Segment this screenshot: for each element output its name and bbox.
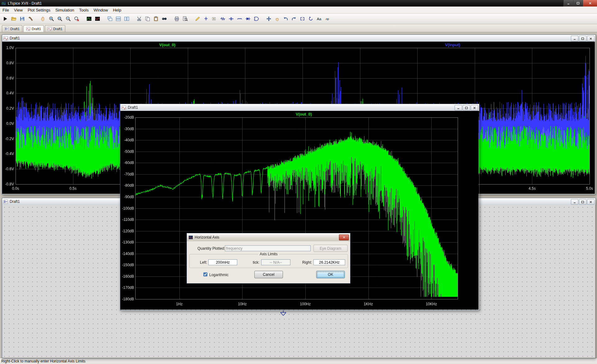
- capacitor-button[interactable]: [227, 15, 235, 23]
- drag-button[interactable]: [273, 15, 281, 23]
- tab-bar: Draft1Draft1Draft1: [0, 24, 597, 32]
- logarithmic-label: Logarithmic: [209, 273, 229, 277]
- schematic-window-close-button[interactable]: [587, 199, 595, 205]
- mirror-button[interactable]: [298, 15, 307, 23]
- tab-waveform-icon: [26, 27, 30, 31]
- component-icon: [254, 16, 259, 21]
- menu-item-view[interactable]: View: [12, 7, 25, 13]
- toolbar-group: A: [193, 15, 261, 23]
- toolbar-group: [1, 15, 35, 23]
- spice-directive-icon: .op: [325, 16, 330, 21]
- menu-item-window[interactable]: Window: [91, 7, 110, 13]
- svg-text:.op: .op: [325, 17, 329, 20]
- ground-button[interactable]: [202, 15, 210, 23]
- eye-diagram-button[interactable]: Eye Diagram: [313, 245, 348, 252]
- ok-button[interactable]: OK: [316, 271, 345, 278]
- wire-button[interactable]: [193, 15, 202, 23]
- run-button[interactable]: [1, 15, 10, 23]
- tile-horizontal-button[interactable]: [114, 15, 123, 23]
- maximize-icon: [465, 107, 468, 109]
- right-limit-input[interactable]: [313, 259, 345, 265]
- move-button[interactable]: [265, 15, 273, 23]
- redo-button[interactable]: [290, 15, 298, 23]
- inductor-icon: [237, 16, 242, 21]
- schematic-window-icon: [3, 199, 8, 204]
- tile-vertical-button[interactable]: [123, 15, 131, 23]
- menu-item-simulation[interactable]: Simulation: [53, 7, 77, 13]
- left-limit-input[interactable]: [208, 259, 237, 265]
- time-window-titlebar[interactable]: Draft1: [2, 35, 595, 42]
- find-button[interactable]: [160, 15, 169, 23]
- schematic-window-minimize-button[interactable]: [571, 199, 578, 205]
- quantity-plotted-input[interactable]: [225, 245, 311, 251]
- zoom-back-button[interactable]: [56, 15, 64, 23]
- menu-item-plot-settings[interactable]: Plot Settings: [25, 7, 53, 13]
- save-button[interactable]: [18, 15, 26, 23]
- ground-symbol[interactable]: [280, 310, 287, 316]
- zoom-in-button[interactable]: [47, 15, 56, 23]
- text-button[interactable]: Aa: [315, 15, 323, 23]
- print-button[interactable]: [173, 15, 181, 23]
- control-panel-button[interactable]: [26, 15, 35, 23]
- paste-button[interactable]: [152, 15, 160, 23]
- cut-button[interactable]: [135, 15, 143, 23]
- resistor-button[interactable]: [219, 15, 227, 23]
- app-close-button[interactable]: [583, 0, 597, 7]
- capacitor-icon: [229, 16, 234, 21]
- inductor-button[interactable]: [235, 15, 244, 23]
- print-preview-button[interactable]: [181, 15, 189, 23]
- spice-directive-button[interactable]: .op: [323, 15, 332, 23]
- time-window-maximize-button[interactable]: [579, 36, 586, 41]
- app-minimize-button[interactable]: [563, 0, 573, 7]
- ground-icon: [203, 16, 209, 21]
- mirror-icon: [300, 16, 305, 21]
- wire-icon: [195, 16, 200, 21]
- rotate-button[interactable]: [307, 15, 315, 23]
- copy-button[interactable]: [143, 15, 152, 23]
- save-icon: [20, 16, 25, 21]
- cancel-button[interactable]: Cancel: [254, 271, 283, 278]
- fft-window-titlebar[interactable]: Draft1: [120, 104, 479, 111]
- time-window-close-button[interactable]: [587, 36, 595, 41]
- dialog-titlebar[interactable]: Horizontal Axis: [187, 233, 350, 241]
- open-file-icon: [11, 16, 16, 21]
- label-net-button[interactable]: A: [210, 15, 219, 23]
- mdi-client-area: Draft1 V(out_0)V(input)1.0V0.8V0.6V0.4V0…: [0, 32, 597, 358]
- menu-item-help[interactable]: Help: [110, 7, 124, 13]
- schematic-window-maximize-button[interactable]: [579, 199, 586, 205]
- close-icon: [589, 37, 592, 40]
- tab-draft1-1[interactable]: Draft1: [23, 25, 44, 32]
- dialog-close-button[interactable]: [339, 234, 349, 240]
- menu-item-tools[interactable]: Tools: [77, 7, 91, 13]
- open-file-button[interactable]: [10, 15, 18, 23]
- tab-draft1-0[interactable]: Draft1: [2, 25, 22, 32]
- plot-settings-button[interactable]: [85, 15, 93, 23]
- tick-input[interactable]: [261, 259, 290, 265]
- zoom-full-button[interactable]: [72, 15, 81, 23]
- time-window-title: Draft1: [10, 36, 20, 40]
- fft-window-maximize-button[interactable]: [463, 105, 470, 111]
- pan-button[interactable]: [39, 15, 47, 23]
- fft-window-close-button[interactable]: [471, 105, 478, 111]
- toolbar-group: [39, 15, 81, 23]
- component-button[interactable]: [252, 15, 261, 23]
- app-maximize-button[interactable]: [573, 0, 583, 7]
- cascade-windows-button[interactable]: [106, 15, 114, 23]
- tab-waveform-icon: [48, 27, 52, 31]
- zoom-out-icon: [66, 16, 71, 21]
- maximize-icon: [581, 37, 584, 40]
- app-titlebar[interactable]: LTspice XVII - Draft1: [0, 0, 597, 7]
- undo-button[interactable]: [281, 15, 290, 23]
- logarithmic-checkbox[interactable]: [203, 272, 207, 276]
- time-window-minimize-button[interactable]: [571, 36, 578, 41]
- diode-button[interactable]: [244, 15, 252, 23]
- tab-draft1-2[interactable]: Draft1: [45, 25, 65, 32]
- diode-icon: [245, 16, 251, 21]
- text-icon: Aa: [317, 16, 322, 21]
- fft-window-minimize-button[interactable]: [455, 105, 462, 111]
- mark-lines-button[interactable]: [93, 15, 102, 23]
- pan-icon: [40, 16, 46, 21]
- zoom-out-button[interactable]: [64, 15, 72, 23]
- tab-label: Draft1: [32, 27, 41, 31]
- menu-item-file[interactable]: File: [0, 7, 12, 13]
